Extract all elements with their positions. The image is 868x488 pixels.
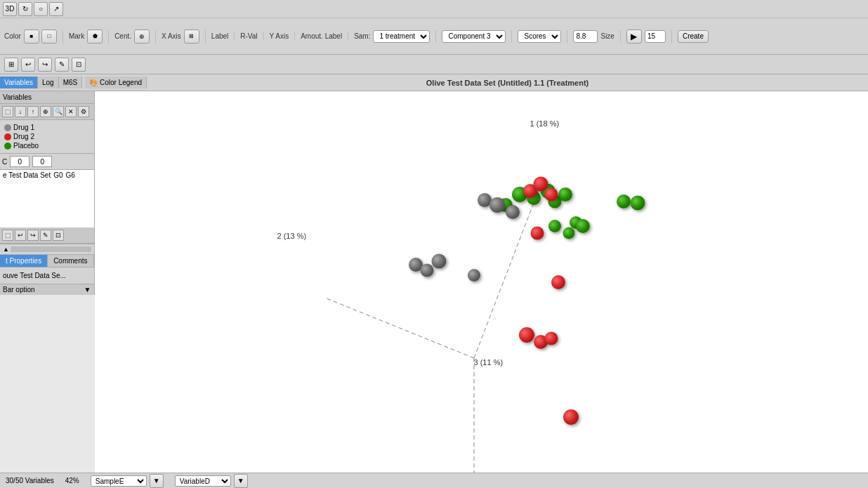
properties-panel: t Properties Comments ouve Test Data Se.… xyxy=(0,254,94,284)
gray-sphere xyxy=(468,269,480,282)
sam-select[interactable]: 1 treatment xyxy=(373,30,430,43)
legend-item-placebo[interactable]: Placebo xyxy=(3,141,91,150)
data-set-row[interactable]: e Test Data Set G0 G6 xyxy=(0,169,94,180)
x-axis-btn[interactable]: ⊠ xyxy=(184,29,199,44)
options-bar: Bar option ▼ xyxy=(0,284,94,295)
cent-btn[interactable]: ⊕ xyxy=(134,29,150,44)
cent-label: Cent. xyxy=(114,32,131,40)
panel-btn-7[interactable]: ⚙ xyxy=(78,106,89,117)
play-btn[interactable]: ▶ xyxy=(626,29,642,44)
plot-area: 1 (18 %) 2 (13 %) 3 (11 %) xyxy=(95,91,869,473)
mark-label: Mark xyxy=(69,32,84,40)
variables-header: Variables xyxy=(0,91,94,104)
c2-input[interactable] xyxy=(32,156,52,167)
variable-dropdown-btn[interactable]: ▼ xyxy=(234,474,248,488)
icon-btn-circle[interactable]: ○ xyxy=(34,2,48,16)
panel-btn-4[interactable]: ⊕ xyxy=(40,106,51,117)
variable-select[interactable]: VariableD xyxy=(175,475,231,487)
panel-btn-5[interactable]: 🔍 xyxy=(53,106,64,117)
prop-tab-properties[interactable]: t Properties xyxy=(0,255,48,267)
svg-line-1 xyxy=(327,298,474,358)
component-select[interactable]: Component 3 xyxy=(442,30,506,43)
top-icon-bar: 3D ↻ ○ ↗ xyxy=(0,0,868,18)
legend-item-drug1[interactable]: Drug 1 xyxy=(3,123,91,132)
panel-content xyxy=(0,180,94,227)
red-sphere xyxy=(563,409,579,425)
axis1-label: 1 (18 %) xyxy=(530,119,560,128)
green-sphere xyxy=(576,219,590,233)
mark-group: Mark ⬟ xyxy=(69,29,109,44)
p2-btn-1[interactable]: ⬚ xyxy=(2,230,13,241)
p2-btn-4[interactable]: ✎ xyxy=(40,230,51,241)
gray-sphere xyxy=(506,205,520,219)
p2-btn-2[interactable]: ↩ xyxy=(15,230,26,241)
sample-dropdown-btn[interactable]: ▼ xyxy=(150,474,164,488)
icon-btn-rotate[interactable]: ↻ xyxy=(18,2,32,16)
sam-label: Sam: xyxy=(354,32,370,40)
tab-m6s[interactable]: M6S xyxy=(59,77,83,88)
speed-input[interactable] xyxy=(645,30,666,43)
tb-icon-5[interactable]: ⊡ xyxy=(72,58,86,72)
icon-btn-arrow[interactable]: ↗ xyxy=(49,2,63,16)
panel-toolbar: ⬚ ↓ ↑ ⊕ 🔍 ✕ ⚙ xyxy=(0,104,94,120)
tb-icon-3[interactable]: ↪ xyxy=(38,58,52,72)
panel-btn-1[interactable]: ⬚ xyxy=(2,106,13,117)
scores-select[interactable]: Scores xyxy=(518,30,561,43)
size-group: Size xyxy=(573,30,620,43)
mark-btn[interactable]: ⬟ xyxy=(87,29,103,44)
color-btn2[interactable]: □ xyxy=(41,29,57,44)
label-group: Label xyxy=(211,32,235,40)
scores-group: Scores xyxy=(518,30,567,43)
tab-log[interactable]: Log xyxy=(38,77,59,88)
size-input[interactable] xyxy=(573,30,598,43)
prop-tabs: t Properties Comments xyxy=(0,255,94,268)
x-axis-group: X Axis ⊠ xyxy=(162,29,206,44)
x-axis-label: X Axis xyxy=(162,32,181,40)
panel2-toolbar: ⬚ ↩ ↪ ✎ ⊡ xyxy=(0,227,94,244)
tb-icon-2[interactable]: ↩ xyxy=(21,58,35,72)
green-sphere xyxy=(630,196,645,211)
panel-btn-6[interactable]: ✕ xyxy=(65,106,77,117)
red-sphere xyxy=(551,275,565,289)
p2-btn-3[interactable]: ↪ xyxy=(27,230,39,241)
legend-item-drug2[interactable]: Drug 2 xyxy=(3,132,91,141)
variables-count: 30/50 Variables xyxy=(6,477,54,484)
r-val-group: R-Val xyxy=(240,32,263,40)
prop-option-1[interactable]: ouve Test Data Se... xyxy=(3,270,91,281)
create-group: Create xyxy=(678,30,714,43)
panel-btn-2[interactable]: ↓ xyxy=(15,106,26,117)
icon-btn-3d[interactable]: 3D xyxy=(3,2,17,16)
color-btn1[interactable]: ■ xyxy=(24,29,39,44)
prop-tab-comments[interactable]: Comments xyxy=(48,255,93,267)
gray-sphere xyxy=(420,264,433,277)
green-sphere xyxy=(558,187,572,202)
scrollbar[interactable] xyxy=(11,246,91,252)
tab-color-legend[interactable]: 🎨 Color Legend xyxy=(85,77,147,88)
y-axis-label: Y Axis xyxy=(270,32,289,40)
tb-icon-1[interactable]: ⊞ xyxy=(4,58,18,72)
plot-canvas[interactable]: 1 (18 %) 2 (13 %) 3 (11 %) xyxy=(95,91,869,473)
p2-btn-5[interactable]: ⊡ xyxy=(53,230,64,241)
amount-label-group: Amout. Label xyxy=(301,32,348,40)
axis3-label: 3 (11 %) xyxy=(474,358,504,367)
tab-variables[interactable]: Variables xyxy=(0,77,38,88)
red-sphere xyxy=(530,227,544,240)
sample-select[interactable]: SampleE xyxy=(91,475,147,487)
panel-btn-3[interactable]: ↑ xyxy=(27,106,39,117)
color-label: Color xyxy=(4,32,21,40)
red-sphere xyxy=(544,188,558,202)
status-bar: 30/50 Variables 42% SampleE ▼ VariableD … xyxy=(0,473,868,488)
y-axis-group: Y Axis xyxy=(270,32,296,40)
left-panel: Variables ⬚ ↓ ↑ ⊕ 🔍 ✕ ⚙ Drug 1 Drug 2 Pl… xyxy=(0,91,95,295)
c-input[interactable] xyxy=(10,156,29,167)
gray-sphere xyxy=(489,197,505,213)
cent-group: Cent. ⊕ xyxy=(114,29,156,44)
plot-title: Olive Test Data Set (Untitled) 1.1 (Trea… xyxy=(426,79,588,87)
r-val-label: R-Val xyxy=(240,32,257,40)
main-content: Variables ⬚ ↓ ↑ ⊕ 🔍 ✕ ⚙ Drug 1 Drug 2 Pl… xyxy=(0,91,868,473)
legend-items: Drug 1 Drug 2 Placebo xyxy=(0,120,94,153)
green-sphere xyxy=(563,227,574,239)
create-btn[interactable]: Create xyxy=(678,30,709,43)
tb-icon-4[interactable]: ✎ xyxy=(55,58,69,72)
main-toolbar: Color ■ □ Mark ⬟ Cent. ⊕ X Axis ⊠ Label xyxy=(0,18,868,55)
